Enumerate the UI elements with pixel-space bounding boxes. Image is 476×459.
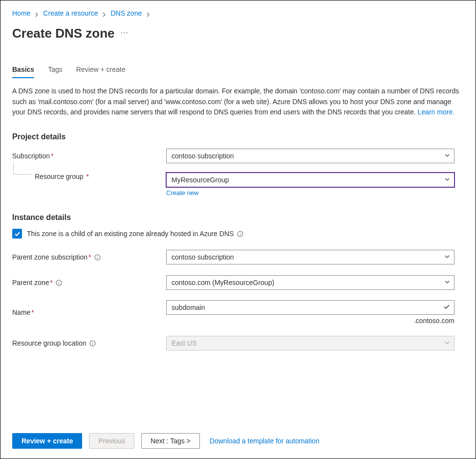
name-value: subdomain (172, 304, 205, 311)
required-icon: * (50, 152, 53, 160)
parent-zone-dropdown[interactable]: contoso.com (MyResourceGroup) (166, 275, 454, 290)
breadcrumb-create-resource[interactable]: Create a resource (43, 9, 98, 17)
resource-group-label: Resource group (35, 173, 84, 180)
required-icon: * (49, 279, 53, 286)
breadcrumb-dns-zone[interactable]: DNS zone (110, 9, 142, 17)
required-icon: * (30, 308, 34, 316)
info-icon[interactable] (89, 340, 96, 347)
info-icon[interactable] (56, 279, 63, 286)
name-input[interactable]: subdomain (166, 300, 454, 315)
required-icon: * (87, 253, 91, 261)
chevron-right-icon (102, 11, 107, 16)
svg-point-2 (240, 232, 240, 233)
check-icon (443, 304, 450, 312)
download-template-link[interactable]: Download a template for automation (210, 437, 320, 445)
breadcrumb: Home Create a resource DNS zone (12, 5, 464, 21)
page-title: Create DNS zone (12, 26, 115, 41)
svg-point-11 (92, 342, 93, 342)
tabs: Basics Tags Review + create (12, 63, 464, 78)
chevron-down-icon (444, 253, 450, 261)
svg-point-8 (59, 281, 59, 282)
resource-group-location-label: Resource group location (12, 339, 87, 347)
parent-zone-value: contoso.com (MyResourceGroup) (172, 279, 274, 286)
section-project-details: Project details (12, 132, 464, 141)
indent-connector (13, 162, 32, 175)
review-create-button[interactable]: Review + create (12, 433, 82, 449)
description-text: A DNS zone is used to host the DNS recor… (12, 86, 462, 118)
svg-point-5 (97, 256, 98, 256)
chevron-down-icon (444, 152, 450, 160)
name-suffix: .contoso.com (166, 317, 454, 325)
resource-group-value: MyResourceGroup (172, 176, 229, 184)
parent-zone-label: Parent zone (12, 279, 49, 286)
learn-more-link[interactable]: Learn more. (417, 108, 454, 116)
create-new-link[interactable]: Create new (166, 189, 198, 197)
resource-group-location-dropdown: East US (166, 336, 454, 350)
child-zone-checkbox-label: This zone is a child of an existing zone… (27, 230, 234, 238)
chevron-right-icon (146, 11, 151, 16)
chevron-right-icon (34, 11, 39, 16)
next-tags-button[interactable]: Next : Tags > (141, 433, 200, 449)
more-menu-button[interactable]: ··· (121, 28, 129, 39)
section-instance-details: Instance details (12, 213, 464, 222)
parent-zone-subscription-value: contoso subscription (172, 253, 234, 261)
chevron-down-icon (444, 279, 450, 286)
required-icon: * (86, 173, 89, 180)
info-icon[interactable] (237, 230, 243, 237)
parent-zone-subscription-label: Parent zone subscription (12, 253, 87, 261)
tab-basics[interactable]: Basics (12, 63, 34, 78)
previous-button: Previous (89, 433, 134, 449)
subscription-dropdown[interactable]: contoso subscription (166, 149, 454, 163)
parent-zone-subscription-dropdown[interactable]: contoso subscription (166, 250, 454, 264)
tab-review-create[interactable]: Review + create (76, 63, 126, 78)
description-body: A DNS zone is used to host the DNS recor… (12, 87, 459, 116)
resource-group-location-value: East US (172, 339, 196, 347)
subscription-value: contoso subscription (172, 152, 234, 160)
chevron-down-icon (444, 339, 450, 347)
subscription-label: Subscription (12, 152, 50, 160)
breadcrumb-home[interactable]: Home (12, 9, 30, 17)
tab-tags[interactable]: Tags (48, 63, 63, 78)
info-icon[interactable] (94, 254, 101, 261)
chevron-down-icon (444, 176, 450, 184)
child-zone-checkbox[interactable] (12, 229, 22, 239)
footer: Review + create Previous Next : Tags > D… (0, 426, 476, 459)
name-label: Name (12, 308, 30, 316)
resource-group-dropdown[interactable]: MyResourceGroup (166, 173, 454, 187)
